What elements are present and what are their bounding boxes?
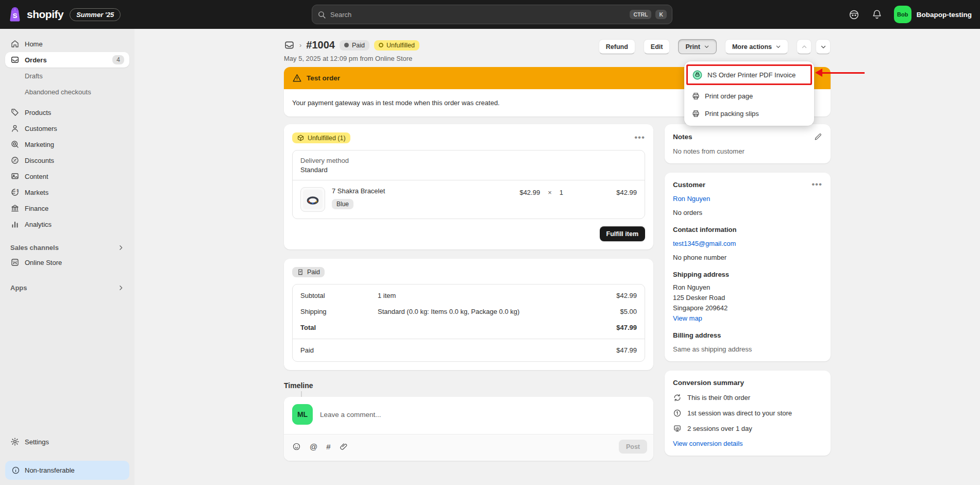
svg-text:$: $ bbox=[16, 189, 19, 193]
view-conversion-details-link[interactable]: View conversion details bbox=[673, 440, 822, 447]
user-avatar: ML bbox=[292, 404, 313, 425]
conversion-summary-card: Conversion summary This is their 0th ord… bbox=[665, 371, 831, 456]
sidebar-item-finance[interactable]: Finance bbox=[5, 200, 129, 216]
customer-name-link[interactable]: Ron Nguyen bbox=[673, 195, 822, 203]
menu-item-ns-order-printer[interactable]: NS Order Printer PDF Invoice bbox=[688, 66, 810, 83]
sidebar-item-discounts[interactable]: Discounts bbox=[5, 153, 129, 168]
refund-button[interactable]: Refund bbox=[599, 39, 635, 54]
sidebar-item-label: Abandoned checkouts bbox=[25, 88, 91, 96]
row-detail: 1 item bbox=[378, 292, 575, 299]
notifications-bell-icon[interactable] bbox=[871, 9, 883, 20]
chevron-right-icon bbox=[117, 244, 124, 251]
print-button[interactable]: Print bbox=[678, 39, 716, 54]
menu-item-label: Print order page bbox=[705, 92, 753, 100]
hashtag-icon[interactable]: # bbox=[326, 442, 330, 451]
non-transferable-banner[interactable]: Non-transferable bbox=[5, 461, 129, 480]
bank-icon bbox=[10, 204, 20, 213]
conversion-title: Conversion summary bbox=[673, 379, 822, 387]
previous-order-button[interactable] bbox=[797, 39, 812, 54]
discount-icon bbox=[10, 156, 20, 165]
tag-icon bbox=[10, 108, 20, 117]
sidebar-item-label: Markets bbox=[25, 189, 48, 196]
repeat-order-icon bbox=[673, 393, 682, 402]
print-label: Print bbox=[685, 43, 700, 51]
conversion-item: This is their 0th order bbox=[673, 393, 822, 402]
sidebar-item-label: Products bbox=[25, 109, 51, 116]
shipping-address-heading: Shipping address bbox=[673, 271, 822, 278]
sidebar-item-customers[interactable]: Customers bbox=[5, 121, 129, 136]
warning-triangle-icon bbox=[292, 73, 302, 83]
sidebar-item-label: Marketing bbox=[25, 141, 54, 148]
sidekick-icon[interactable] bbox=[848, 9, 860, 21]
main-content: › #1004 Paid Unfulfilled May 5, 2025 at … bbox=[134, 29, 980, 485]
store-name: Bobapop-testing bbox=[917, 11, 972, 19]
sidebar-item-label: Orders bbox=[25, 56, 47, 64]
printer-icon bbox=[691, 109, 700, 118]
unit-price: $42.99 bbox=[519, 189, 540, 196]
sidebar-item-markets[interactable]: $ Markets bbox=[5, 185, 129, 200]
home-icon bbox=[10, 39, 20, 48]
customer-menu-icon[interactable]: ••• bbox=[812, 183, 822, 187]
line-item-row: 7 Shakra Bracelet Blue $42.99 × 1 $42.99 bbox=[293, 180, 645, 219]
search-input[interactable] bbox=[330, 11, 626, 19]
sidebar-item-abandoned-checkouts[interactable]: Abandoned checkouts bbox=[5, 84, 129, 99]
sidebar-item-settings[interactable]: Settings bbox=[5, 434, 129, 449]
contact-info-heading: Contact information bbox=[673, 226, 822, 233]
emoji-icon[interactable] bbox=[292, 442, 301, 451]
post-comment-button[interactable]: Post bbox=[619, 440, 647, 454]
product-thumbnail bbox=[300, 187, 325, 212]
filled-dot-icon bbox=[344, 43, 349, 47]
row-amount: $5.00 bbox=[575, 308, 637, 315]
sidebar-item-drafts[interactable]: Drafts bbox=[5, 68, 129, 83]
menu-item-print-packing-slips[interactable]: Print packing slips bbox=[687, 105, 811, 122]
account-menu[interactable]: Bob Bobapop-testing bbox=[894, 6, 972, 23]
sidebar-item-home[interactable]: Home bbox=[5, 36, 129, 52]
package-icon bbox=[297, 134, 305, 142]
view-map-link[interactable]: View map bbox=[673, 314, 822, 322]
sidebar-item-orders[interactable]: Orders 4 bbox=[5, 52, 129, 68]
menu-item-label: Print packing slips bbox=[705, 110, 759, 118]
customer-email-link[interactable]: test1345@gmail.com bbox=[673, 240, 822, 247]
sidebar-item-online-store[interactable]: Online Store bbox=[5, 255, 129, 270]
sales-channels-header[interactable]: Sales channels bbox=[5, 240, 129, 255]
conversion-item: 2 sessions over 1 day bbox=[673, 424, 822, 433]
chevron-down-icon bbox=[820, 44, 826, 50]
order-header: › #1004 Paid Unfulfilled May 5, 2025 at … bbox=[284, 39, 831, 62]
comment-input[interactable] bbox=[320, 411, 645, 419]
line-item-total: $42.99 bbox=[570, 189, 637, 196]
paid-status-badge: Paid bbox=[340, 40, 369, 51]
apps-header[interactable]: Apps bbox=[5, 280, 129, 295]
printer-icon bbox=[691, 92, 700, 101]
conversion-text: 1st session was direct to your store bbox=[687, 409, 792, 417]
more-actions-button[interactable]: More actions bbox=[725, 39, 788, 54]
mention-icon[interactable]: @ bbox=[310, 442, 317, 451]
sidebar-item-label: Settings bbox=[25, 438, 49, 446]
card-menu-icon[interactable]: ••• bbox=[634, 136, 645, 140]
row-detail: Standard (0.0 kg: Items 0.0 kg, Package … bbox=[378, 308, 575, 315]
unfulfilled-count-label: Unfulfilled (1) bbox=[308, 135, 346, 142]
sidebar-item-marketing[interactable]: Marketing bbox=[5, 137, 129, 152]
sidebar-nav: Home Orders 4 Drafts Abandoned checkouts… bbox=[0, 29, 134, 485]
orders-breadcrumb-icon[interactable] bbox=[284, 40, 295, 51]
breadcrumb-separator: › bbox=[299, 41, 301, 49]
attachment-icon[interactable] bbox=[340, 442, 348, 451]
paid-badge-label: Paid bbox=[352, 42, 365, 49]
edit-notes-pencil-icon[interactable] bbox=[814, 132, 822, 141]
bar-chart-icon bbox=[10, 220, 20, 229]
sidebar-item-label: Drafts bbox=[25, 72, 43, 80]
topbar: S shopify Summer '25 CTRL K Bob Bobapop-… bbox=[0, 0, 980, 29]
sidebar-item-content[interactable]: Content bbox=[5, 169, 129, 184]
customer-phone-text: No phone number bbox=[673, 254, 822, 261]
fulfill-item-button[interactable]: Fulfill item bbox=[600, 226, 646, 241]
chevron-up-icon bbox=[801, 44, 807, 50]
edit-button[interactable]: Edit bbox=[644, 39, 670, 54]
global-search[interactable]: CTRL K bbox=[312, 5, 672, 24]
sidebar-item-products[interactable]: Products bbox=[5, 105, 129, 120]
menu-item-print-order-page[interactable]: Print order page bbox=[687, 87, 811, 105]
paid-card-badge: Paid bbox=[292, 267, 325, 277]
sessions-kiosk-icon bbox=[673, 424, 682, 433]
sidebar-item-analytics[interactable]: Analytics bbox=[5, 216, 129, 232]
product-name-link[interactable]: 7 Shakra Bracelet bbox=[332, 187, 513, 195]
next-order-button[interactable] bbox=[816, 39, 831, 54]
shopify-logo[interactable]: S shopify bbox=[7, 6, 63, 23]
